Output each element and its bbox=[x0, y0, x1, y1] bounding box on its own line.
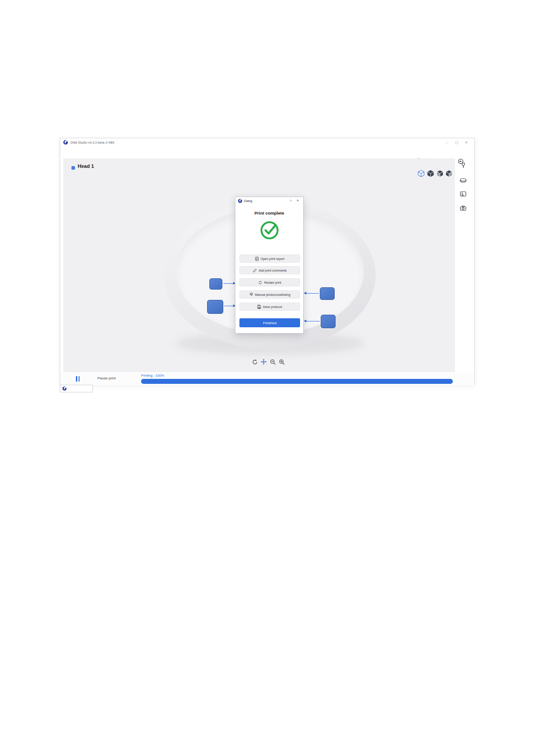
button-label: Open print report bbox=[261, 257, 284, 260]
progress-label: Printing - 100% bbox=[141, 374, 164, 378]
report-icon bbox=[255, 257, 259, 261]
button-label: Save protocol bbox=[263, 305, 282, 308]
pause-icon bbox=[76, 376, 80, 382]
view-side-icon[interactable] bbox=[445, 170, 453, 177]
print-object-2[interactable] bbox=[207, 300, 223, 314]
status-bar: Pause print Printing - 100% bbox=[60, 372, 474, 386]
window-title: DNA Studio v4.3.0-beta.1+984 bbox=[71, 141, 115, 144]
pause-print-button[interactable]: Pause print bbox=[63, 372, 135, 386]
dialog-heading: Print complete bbox=[235, 211, 303, 215]
uv-lamp-icon bbox=[249, 293, 253, 297]
success-check-icon bbox=[259, 220, 280, 241]
restart-icon bbox=[258, 281, 262, 285]
pan-view-icon[interactable] bbox=[261, 359, 267, 365]
app-logo-icon bbox=[63, 140, 68, 145]
open-print-report-button[interactable]: Open print report bbox=[239, 255, 300, 263]
arrow-left-icon bbox=[306, 293, 319, 294]
nozzle-icon[interactable] bbox=[459, 162, 467, 170]
view-isometric-icon[interactable] bbox=[417, 170, 425, 177]
dialog-help-button[interactable]: ? bbox=[288, 199, 293, 202]
edit-icon bbox=[253, 268, 257, 273]
viewport-3d[interactable]: Head 1 Dial bbox=[63, 158, 455, 372]
app-logo-icon bbox=[62, 387, 66, 391]
dialog-title-bar: Dialog ? ✕ bbox=[235, 197, 303, 204]
button-label: Add print comments bbox=[259, 269, 287, 272]
button-label: Restart print bbox=[264, 281, 281, 284]
photo-icon[interactable] bbox=[459, 190, 467, 198]
arrow-left-icon bbox=[306, 321, 320, 321]
app-logo-icon bbox=[238, 199, 242, 203]
arrow-right-icon bbox=[223, 283, 233, 284]
minimize-button[interactable]: – bbox=[442, 140, 451, 145]
zoom-out-icon[interactable] bbox=[270, 359, 276, 365]
refresh-view-icon[interactable] bbox=[252, 359, 258, 365]
printbed-icon[interactable] bbox=[459, 176, 467, 184]
add-print-comments-button[interactable]: Add print comments bbox=[239, 266, 300, 274]
toolbar: Connected: biox6_emu bbox=[60, 147, 474, 158]
zoom-in-icon[interactable] bbox=[279, 359, 285, 365]
camera-icon[interactable] bbox=[459, 204, 467, 212]
arrow-right-icon bbox=[224, 306, 233, 306]
print-object-3[interactable] bbox=[320, 287, 335, 300]
save-icon bbox=[257, 305, 261, 309]
manual-photocrosslinking-button[interactable]: Manual photocrosslinking bbox=[239, 290, 300, 299]
button-label: Manual photocrosslinking bbox=[255, 293, 291, 296]
head-color-chip bbox=[71, 166, 75, 170]
dialog-close-button[interactable]: ✕ bbox=[295, 199, 301, 202]
title-bar: DNA Studio v4.3.0-beta.1+984 – ▢ ✕ bbox=[60, 138, 474, 147]
print-object-4[interactable] bbox=[321, 315, 336, 328]
close-button[interactable]: ✕ bbox=[462, 140, 470, 145]
progress-bar bbox=[141, 379, 453, 384]
head-label: Head 1 bbox=[78, 163, 94, 169]
dialog-title: Dialog bbox=[244, 199, 286, 202]
print-object-1[interactable] bbox=[209, 278, 222, 290]
finished-button[interactable]: Finished bbox=[239, 318, 300, 327]
taskbar-tab[interactable] bbox=[60, 385, 93, 392]
progress-bar-fill bbox=[141, 379, 453, 384]
restart-print-button[interactable]: Restart print bbox=[239, 278, 300, 286]
view-top-icon[interactable] bbox=[427, 170, 434, 177]
app-window: DNA Studio v4.3.0-beta.1+984 – ▢ ✕ Conne… bbox=[60, 138, 475, 385]
pause-print-label: Pause print bbox=[97, 376, 115, 380]
save-protocol-button[interactable]: Save protocol bbox=[239, 303, 300, 311]
print-complete-dialog: Dialog ? ✕ Print complete Open print rep… bbox=[235, 197, 304, 334]
view-front-icon[interactable] bbox=[436, 170, 444, 177]
maximize-button[interactable]: ▢ bbox=[453, 140, 461, 145]
